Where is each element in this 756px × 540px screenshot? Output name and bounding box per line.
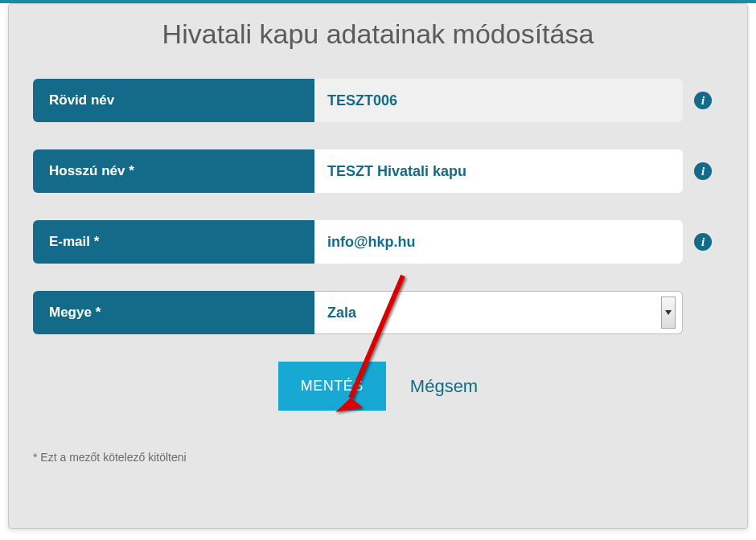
info-icon[interactable]: i [694,92,712,109]
input-short-name [314,79,683,122]
select-county[interactable]: Zala [314,291,683,334]
edit-modal: Hivatali kapu adatainak módosítása Rövid… [8,3,748,529]
label-short-name: Rövid név [33,79,314,122]
row-email: E-mail * i [33,220,723,264]
row-county: Megye * Zala [33,291,723,334]
label-county: Megye * [33,291,314,334]
button-row: MENTÉS Mégsem [33,362,723,411]
select-county-value: Zala [327,305,356,321]
modal-title: Hivatali kapu adatainak módosítása [33,18,723,50]
required-footnote: * Ezt a mezőt kötelező kitölteni [33,451,723,464]
label-long-name: Hosszú név * [33,149,314,193]
info-col: i [683,149,723,193]
info-icon[interactable]: i [694,233,712,251]
input-long-name[interactable] [314,149,683,193]
row-short-name: Rövid név i [33,79,723,122]
label-email: E-mail * [33,220,314,264]
chevron-down-icon [665,310,672,315]
dropdown-button[interactable] [661,297,676,329]
row-long-name: Hosszú név * i [33,149,723,193]
cancel-button[interactable]: Mégsem [410,376,478,397]
input-email[interactable] [314,220,683,264]
info-col: i [683,220,723,264]
save-button[interactable]: MENTÉS [278,362,386,411]
info-col: i [683,79,723,122]
info-col-empty [683,291,723,334]
info-icon[interactable]: i [694,162,712,180]
